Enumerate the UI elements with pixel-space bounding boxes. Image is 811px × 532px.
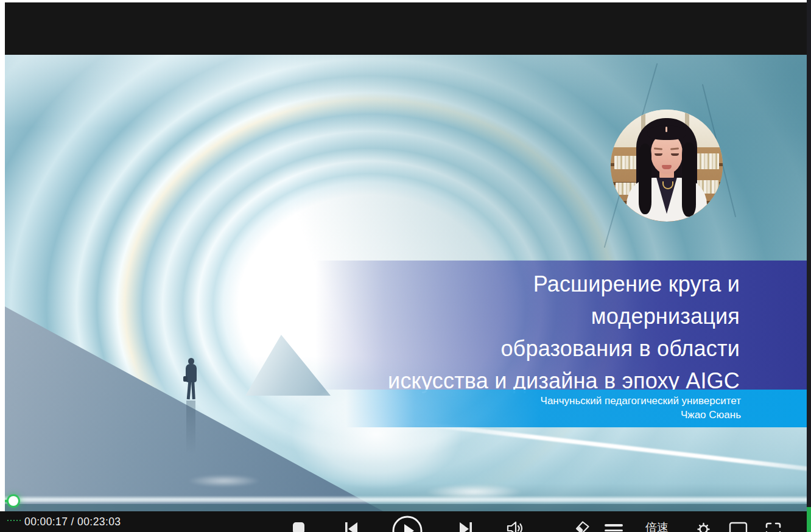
floor-reflection <box>188 475 261 487</box>
stop-button[interactable] <box>293 522 304 532</box>
gear-icon <box>695 520 712 532</box>
fullscreen-button[interactable] <box>765 522 782 532</box>
next-button[interactable] <box>458 521 474 532</box>
slide-subtitle-band: Чанчуньский педагогический университет Ч… <box>346 390 807 427</box>
presenter-mouth <box>662 165 672 169</box>
player-control-bar: 00:00:17 / 00:23:03 <box>0 511 807 532</box>
walking-figure-silhouette <box>183 358 200 455</box>
play-icon <box>391 515 423 532</box>
slide-title-line: модернизация <box>315 300 740 332</box>
fullscreen-icon <box>765 522 782 532</box>
pen-icon <box>575 520 590 532</box>
scrollbar-thumb[interactable] <box>807 507 811 532</box>
progress-handle[interactable] <box>9 496 18 506</box>
previous-button[interactable] <box>343 521 359 532</box>
picture-in-picture-button[interactable] <box>729 522 748 532</box>
presenter-hair-part <box>665 127 667 132</box>
slide-title-band: Расширение круга и модернизация образова… <box>315 261 807 390</box>
figure-reflection <box>186 401 195 454</box>
stop-icon <box>293 522 304 532</box>
volume-button[interactable] <box>506 520 524 532</box>
progress-bar-track[interactable] <box>5 500 807 502</box>
picture-in-picture-icon <box>729 522 748 532</box>
figure-leg <box>187 381 192 399</box>
video-stage[interactable]: Расширение круга и модернизация образова… <box>5 55 807 511</box>
player-header-bar <box>5 2 807 55</box>
slide-presenter: Чжао Сюань <box>346 408 741 422</box>
presenter-hair-strand <box>639 144 651 214</box>
page-scrollbar[interactable] <box>807 0 811 532</box>
next-track-icon <box>458 521 474 532</box>
horizon-light-band <box>5 495 807 504</box>
presenter-eye <box>671 153 679 156</box>
webcam-books <box>693 153 719 169</box>
webcam-books <box>614 156 639 169</box>
buffer-indicator <box>7 520 21 521</box>
playlist-icon <box>605 524 623 532</box>
slide-affiliation: Чанчуньский педагогический университет <box>346 394 741 408</box>
playlist-button[interactable] <box>605 524 623 532</box>
floor-dark-edge <box>5 504 807 511</box>
presenter-hair-strand <box>682 142 696 217</box>
slide-title-line: Расширение круга и <box>315 268 740 300</box>
annotate-pen-button[interactable] <box>575 520 590 532</box>
slide-title-line: образования в области <box>315 332 740 365</box>
settings-button[interactable] <box>695 520 712 532</box>
figure-briefcase <box>183 376 188 382</box>
time-display: 00:00:17 / 00:23:03 <box>24 516 121 528</box>
figure-leg <box>191 381 195 399</box>
previous-track-icon <box>343 521 359 532</box>
play-button[interactable] <box>391 515 423 532</box>
presenter-eye <box>655 153 662 156</box>
floor-reflection <box>425 484 522 500</box>
presenter-webcam <box>611 110 723 222</box>
speed-button[interactable]: 倍速 <box>645 520 669 532</box>
volume-icon <box>506 520 524 532</box>
